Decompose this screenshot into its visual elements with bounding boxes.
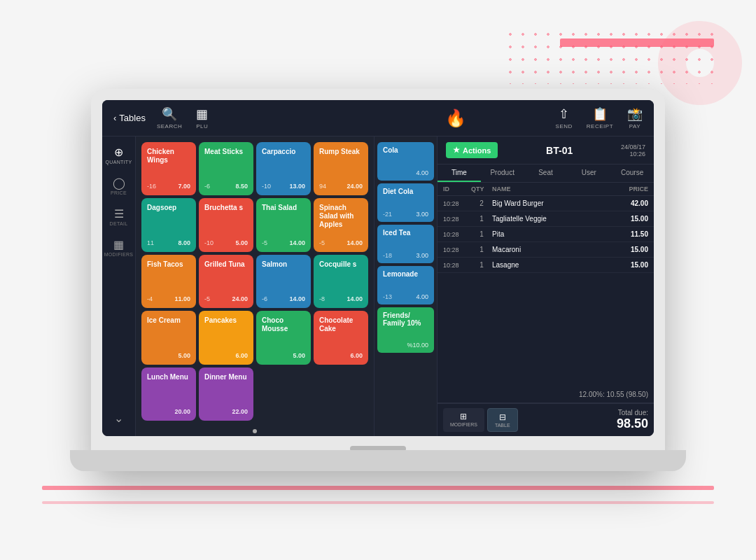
sidebar-modifiers-button[interactable]: ▦ MODIFIERS xyxy=(106,234,132,260)
tab-user[interactable]: User xyxy=(567,164,610,182)
menu-item-footer: 6.00 xyxy=(319,352,363,359)
menu-item[interactable]: Spinach Salad with Apples -5 14.00 xyxy=(314,198,368,251)
menu-item[interactable]: Dagsoep 11 8.00 xyxy=(141,198,196,251)
menu-item-price: 6.00 xyxy=(235,352,248,359)
plu-button[interactable]: ▦ PLU xyxy=(196,106,208,130)
menu-item[interactable]: Carpaccio -10 13.00 xyxy=(256,142,311,195)
menu-item[interactable]: Ice Cream 5.00 xyxy=(141,311,196,364)
menu-item[interactable]: Grilled Tuna -5 24.00 xyxy=(199,255,253,308)
sidebar-detail-button[interactable]: ☰ DETAIL xyxy=(106,204,132,229)
order-row[interactable]: 10:28 1 Tagliatelle Veggie 15.00 xyxy=(438,211,654,227)
row-name: Big Ward Burger xyxy=(492,200,606,207)
menu-item-footer: -10 5.00 xyxy=(204,239,248,246)
order-row[interactable]: 10:28 1 Pita 11.50 xyxy=(438,227,654,242)
menu-item-qty: -8 xyxy=(319,295,325,302)
menu-item[interactable]: Chicken Wings -16 7.00 xyxy=(141,142,196,195)
drink-item[interactable]: Cola 4.00 xyxy=(377,142,434,181)
col-price-header: PRICE xyxy=(606,186,648,192)
menu-item[interactable]: Bruchetta s -10 5.00 xyxy=(199,198,253,251)
modifiers-icon: ⊞ xyxy=(460,412,467,421)
menu-item-name: Dinner Menu xyxy=(204,373,248,382)
menu-item-footer: 11 8.00 xyxy=(147,239,190,246)
menu-item-qty: -16 xyxy=(147,183,156,190)
page-dot-1[interactable] xyxy=(253,429,257,433)
menu-item[interactable]: Cocquille s -8 14.00 xyxy=(314,255,368,308)
order-row[interactable]: 10:28 2 Big Ward Burger 42.00 xyxy=(438,196,654,211)
row-price: 15.00 xyxy=(606,215,648,223)
drink-item[interactable]: Friends/ Family 10% %10.00 xyxy=(377,307,434,353)
table-icon: ⊟ xyxy=(499,412,506,422)
tab-time[interactable]: Time xyxy=(438,164,481,182)
detail-icon: ☰ xyxy=(114,207,124,220)
menu-item-price: 11.00 xyxy=(174,295,190,302)
tab-seat[interactable]: Seat xyxy=(524,164,568,182)
menu-item-name: Thai Salad xyxy=(262,204,305,212)
menu-item-footer: 5.00 xyxy=(262,352,305,359)
menu-item-price: 5.00 xyxy=(293,352,305,359)
footer-modifiers-button[interactable]: ⊞ MODIFIERS xyxy=(443,408,484,432)
drink-item[interactable]: Iced Tea -18 3.00 xyxy=(377,225,434,263)
drink-item-footer: -21 3.00 xyxy=(383,211,428,218)
menu-item[interactable]: Chocolate Cake 6.00 xyxy=(314,311,368,364)
menu-item[interactable]: Thai Salad -5 14.00 xyxy=(256,198,311,251)
menu-item-name: Lunch Menu xyxy=(147,373,190,382)
drink-item[interactable]: Diet Cola -21 3.00 xyxy=(377,183,434,222)
menu-item-footer: -5 14.00 xyxy=(262,239,305,246)
order-row[interactable]: 10:28 1 Macaroni 15.00 xyxy=(438,242,654,258)
pos-drinks: Cola 4.00 Diet Cola -21 3.00 Iced Tea -1… xyxy=(374,136,437,436)
menu-item-name: Pancakes xyxy=(204,316,248,325)
pay-button[interactable]: 📸 PAY xyxy=(627,106,643,130)
back-button[interactable]: ‹ Tables xyxy=(113,113,146,123)
total-section: Total due: 98.50 xyxy=(617,409,648,431)
menu-item[interactable]: Dinner Menu 22.00 xyxy=(199,368,253,421)
menu-item[interactable]: Choco Mousse 5.00 xyxy=(256,311,311,364)
menu-item[interactable]: Salmon -6 14.00 xyxy=(256,255,311,308)
menu-item[interactable]: Rump Steak 94 24.00 xyxy=(314,142,368,195)
receipt-button[interactable]: 📋 RECEIPT xyxy=(587,106,613,130)
order-row[interactable]: 10:28 1 Lasagne 15.00 xyxy=(438,258,654,273)
tab-course[interactable]: Course xyxy=(610,164,654,182)
laptop-screen: ‹ Tables 🔍 SEARCH ▦ PLU 🔥 xyxy=(102,100,654,436)
table-id: BT-01 xyxy=(546,145,573,156)
menu-item-name: Meat Sticks xyxy=(204,148,248,156)
brand-logo-icon: 🔥 xyxy=(445,108,466,128)
row-time: 10:28 xyxy=(443,262,471,269)
menu-item[interactable]: Meat Sticks -6 8.50 xyxy=(199,142,253,195)
menu-item-name: Bruchetta s xyxy=(204,204,248,212)
menu-item-footer: 20.00 xyxy=(147,408,190,415)
menu-item-qty: -6 xyxy=(204,183,210,190)
down-icon: ⌄ xyxy=(114,412,123,425)
row-qty: 1 xyxy=(471,230,492,238)
drink-item[interactable]: Lemonade -13 4.00 xyxy=(377,266,434,304)
menu-item-name: Ice Cream xyxy=(147,316,190,325)
drink-item-qty: -13 xyxy=(383,293,392,300)
drink-item-footer: -18 3.00 xyxy=(383,252,428,259)
header-right: ⇧ SEND 📋 RECEIPT 📸 PAY xyxy=(556,106,643,130)
order-tabs: TimeProductSeatUserCourse xyxy=(438,164,654,183)
actions-button[interactable]: ★ Actions xyxy=(446,142,498,158)
pay-label: PAY xyxy=(629,123,640,130)
drink-item-price: 4.00 xyxy=(416,169,428,176)
menu-item-price: 22.00 xyxy=(232,408,248,415)
sidebar-down-button[interactable]: ⌄ xyxy=(106,405,132,430)
row-qty: 1 xyxy=(471,261,492,269)
search-button[interactable]: 🔍 SEARCH xyxy=(157,106,182,130)
sidebar-price-button[interactable]: ◯ PRICE xyxy=(106,173,132,198)
tab-product[interactable]: Product xyxy=(481,164,524,182)
menu-item-price: 8.00 xyxy=(178,239,190,246)
menu-item[interactable]: Pancakes 6.00 xyxy=(199,311,253,364)
menu-item[interactable]: Lunch Menu 20.00 xyxy=(141,368,196,421)
menu-item-footer: -8 14.00 xyxy=(319,295,363,302)
menu-item[interactable]: Fish Tacos -4 11.00 xyxy=(141,255,196,308)
row-price: 15.00 xyxy=(606,261,648,269)
order-datetime: 24/08/17 10:26 xyxy=(621,144,645,158)
row-price: 42.00 xyxy=(606,200,648,207)
send-icon: ⇧ xyxy=(559,106,569,122)
menu-item-name: Spinach Salad with Apples xyxy=(319,204,363,229)
send-label: SEND xyxy=(556,123,573,130)
send-button[interactable]: ⇧ SEND xyxy=(556,106,573,130)
sidebar-quantity-button[interactable]: ⊕ QUANTITY xyxy=(106,142,132,167)
menu-item-price: 7.00 xyxy=(178,183,190,190)
footer-table-button[interactable]: ⊟ TABLE xyxy=(487,408,518,432)
pay-icon: 📸 xyxy=(627,106,643,122)
